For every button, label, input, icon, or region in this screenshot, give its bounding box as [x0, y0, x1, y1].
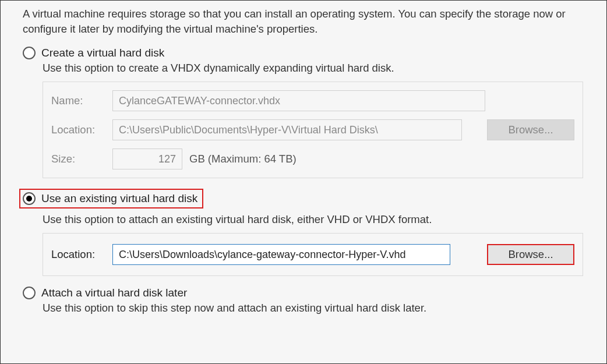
existing-form: Location: C:\Users\Downloads\cylance-gat… — [43, 233, 583, 276]
row-size: Size: 127 GB (Maximum: 64 TB) — [51, 149, 574, 169]
wizard-step-virtual-hard-disk: A virtual machine requires storage so th… — [0, 0, 607, 364]
name-input: CylanceGATEWAY-connector.vhdx — [112, 90, 485, 111]
row-location-existing: Location: C:\Users\Downloads\cylance-gat… — [51, 244, 574, 265]
create-form: Name: CylanceGATEWAY-connector.vhdx Loca… — [43, 82, 583, 178]
size-input: 127 — [112, 149, 182, 169]
option-later-desc: Use this option to skip this step now an… — [23, 302, 584, 314]
location-existing-label: Location: — [51, 248, 112, 261]
intro-text: A virtual machine requires storage so th… — [1, 6, 606, 41]
location-existing-input[interactable]: C:\Users\Downloads\cylance-gateway-conne… — [112, 244, 450, 265]
browse-create-button: Browse... — [487, 119, 574, 140]
option-existing: Use an existing virtual hard disk Use th… — [1, 178, 606, 276]
radio-later-label: Attach a virtual hard disk later — [41, 287, 187, 299]
radio-create-row[interactable]: Create a virtual hard disk — [23, 47, 584, 59]
row-location-create: Location: C:\Users\Public\Documents\Hype… — [51, 119, 574, 140]
radio-later[interactable] — [23, 287, 36, 299]
radio-later-row[interactable]: Attach a virtual hard disk later — [23, 287, 584, 299]
location-create-label: Location: — [51, 123, 112, 136]
location-create-input: C:\Users\Public\Documents\Hyper-V\Virtua… — [112, 119, 462, 140]
size-label: Size: — [51, 153, 112, 165]
size-suffix: GB (Maximum: 64 TB) — [189, 153, 297, 165]
option-create: Create a virtual hard disk Use this opti… — [1, 41, 606, 178]
radio-create[interactable] — [23, 47, 36, 59]
radio-existing-row[interactable]: Use an existing virtual hard disk — [19, 189, 203, 208]
radio-existing-label: Use an existing virtual hard disk — [41, 192, 197, 205]
row-name: Name: CylanceGATEWAY-connector.vhdx — [51, 90, 574, 111]
option-existing-desc: Use this option to attach an existing vi… — [23, 213, 584, 226]
radio-existing[interactable] — [23, 192, 36, 205]
option-later: Attach a virtual hard disk later Use thi… — [1, 276, 606, 314]
option-create-desc: Use this option to create a VHDX dynamic… — [23, 62, 584, 75]
radio-create-label: Create a virtual hard disk — [41, 47, 164, 59]
browse-existing-button[interactable]: Browse... — [487, 244, 574, 265]
name-label: Name: — [51, 94, 112, 107]
